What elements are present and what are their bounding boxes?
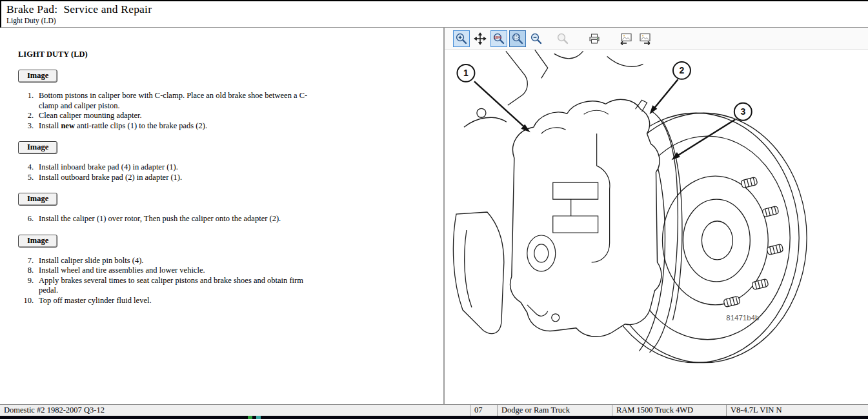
step-number: 5.: [21, 173, 34, 183]
engine-cell: V8-4.7L VIN N: [726, 405, 868, 416]
step-item: 3. Install new anti-rattle clips (1) to …: [21, 121, 443, 132]
coverage-cell: Domestic #2 1982-2007 Q3-12: [0, 405, 470, 416]
print-button[interactable]: [586, 30, 603, 47]
callout-3: 3: [734, 103, 752, 121]
step-list-1: 1. Bottom pistons in caliper bore with C…: [21, 91, 443, 131]
step-item: 9. Apply brakes several times to seat ca…: [21, 276, 443, 296]
image-button-3[interactable]: Image: [18, 193, 57, 206]
step-number: 9.: [21, 276, 34, 296]
step-item: 10. Top off master cylinder fluid level.: [21, 296, 443, 306]
zoom-100-button[interactable]: 100%: [490, 30, 507, 47]
page-title: Brake Pad: Service and Repair: [6, 3, 862, 16]
app-window: Brake Pad: Service and Repair Light Duty…: [0, 0, 868, 419]
qualifier-cell: 07: [470, 405, 497, 416]
step-text: Install wheel and tire assemblies and lo…: [39, 266, 205, 276]
step-text: Install new anti-rattle clips (1) to the…: [39, 121, 207, 132]
step-item: 4. Install inboard brake pad (4) in adap…: [21, 162, 443, 173]
zoom-window-icon: [511, 32, 524, 45]
step-item: 2. Clean caliper mounting adapter.: [21, 111, 443, 121]
pan-icon: [474, 32, 487, 45]
svg-text:100%: 100%: [494, 35, 501, 39]
page-subtitle: Light Duty (LD): [6, 17, 862, 24]
taskbar-icon-fragment: [256, 416, 261, 419]
svg-text:2: 2: [680, 65, 685, 75]
figure-code: 81471b4b: [726, 314, 759, 322]
step-text: Bottom pistons in caliper bore with C-cl…: [39, 91, 310, 111]
zoom-100-icon: 100%: [492, 32, 505, 45]
step-item: 5. Install outboard brake pad (2) in ada…: [21, 173, 443, 183]
section-heading: LIGHT DUTY (LD): [18, 50, 443, 59]
vehicle-model-cell: RAM 1500 Truck 4WD: [612, 405, 726, 416]
vehicle-make-cell: Dodge or Ram Truck: [497, 405, 612, 416]
svg-text:3: 3: [740, 106, 745, 117]
callout-1: 1: [457, 64, 474, 82]
step-number: 10.: [21, 296, 34, 306]
step-text: Install the caliper (1) over rotor, Then…: [39, 214, 281, 224]
step-text: Clean caliper mounting adapter.: [39, 111, 142, 121]
step-number: 2.: [21, 111, 34, 121]
main-area: LIGHT DUTY (LD) Image 1. Bottom pistons …: [0, 28, 868, 404]
status-bar: Domestic #2 1982-2007 Q3-12 07 Dodge or …: [0, 404, 868, 416]
step-list-4: 7. Install caliper slide pin bolts (4). …: [21, 256, 443, 306]
pan-button[interactable]: [472, 30, 489, 47]
image-button-4[interactable]: Image: [18, 235, 57, 248]
step-item: 6. Install the caliper (1) over rotor, T…: [21, 214, 443, 224]
taskbar-fragment: [0, 416, 868, 419]
step-text: Install inboard brake pad (4) in adapter…: [39, 162, 178, 173]
step-text: Top off master cylinder fluid level.: [39, 296, 152, 306]
callout-2: 2: [673, 62, 691, 79]
figure-canvas[interactable]: 1 2 3 81471b4b: [445, 50, 868, 404]
step-list-3: 6. Install the caliper (1) over rotor, T…: [21, 214, 443, 224]
prev-image-icon: [619, 32, 633, 45]
image-button-1[interactable]: Image: [18, 70, 57, 83]
next-image-button[interactable]: [636, 30, 653, 47]
brake-caliper-illustration: 1 2 3 81471b4b: [445, 50, 867, 400]
zoom-out-button[interactable]: [528, 30, 545, 47]
step-item: 8. Install wheel and tire assemblies and…: [21, 266, 443, 276]
zoom-in-icon: [455, 32, 468, 45]
zoom-reset-icon: [556, 32, 569, 45]
print-icon: [588, 32, 601, 45]
step-text: Install caliper slide pin bolts (4).: [39, 256, 143, 266]
step-number: 8.: [21, 266, 34, 276]
svg-text:1: 1: [463, 68, 469, 78]
step-number: 3.: [21, 121, 34, 132]
image-toolbar: 100%: [445, 28, 868, 50]
zoom-out-icon: [530, 32, 543, 45]
zoom-reset-button[interactable]: [554, 30, 571, 47]
taskbar-icon-fragment: [248, 416, 252, 419]
header: Brake Pad: Service and Repair Light Duty…: [0, 1, 868, 28]
step-number: 6.: [21, 214, 34, 224]
step-item: 1. Bottom pistons in caliper bore with C…: [21, 91, 443, 111]
step-text: Install outboard brake pad (2) in adapte…: [39, 173, 182, 183]
step-item: 7. Install caliper slide pin bolts (4).: [21, 256, 443, 266]
zoom-in-button[interactable]: [453, 30, 470, 47]
illustration-pane: 100%: [445, 28, 868, 404]
step-list-2: 4. Install inboard brake pad (4) in adap…: [21, 162, 443, 182]
next-image-icon: [638, 32, 652, 45]
image-button-2[interactable]: Image: [18, 141, 57, 154]
step-number: 4.: [21, 162, 34, 173]
step-text: Apply brakes several times to seat calip…: [39, 276, 310, 296]
step-number: 1.: [21, 91, 34, 111]
procedure-pane: LIGHT DUTY (LD) Image 1. Bottom pistons …: [0, 28, 443, 404]
prev-image-button[interactable]: [618, 30, 634, 47]
step-number: 7.: [21, 256, 34, 266]
zoom-window-button[interactable]: [509, 30, 526, 47]
